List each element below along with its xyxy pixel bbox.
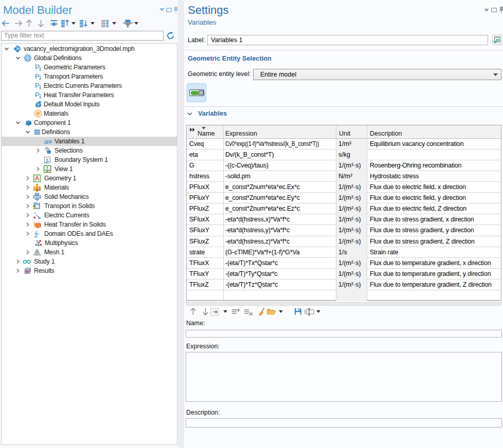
- svg-text:P: P: [35, 63, 39, 71]
- svg-text:P: P: [35, 91, 39, 99]
- svg-text:a: a: [44, 138, 48, 145]
- svg-text:dt: dt: [34, 234, 38, 238]
- svg-text:P: P: [35, 72, 39, 80]
- svg-text:P: P: [35, 82, 39, 89]
